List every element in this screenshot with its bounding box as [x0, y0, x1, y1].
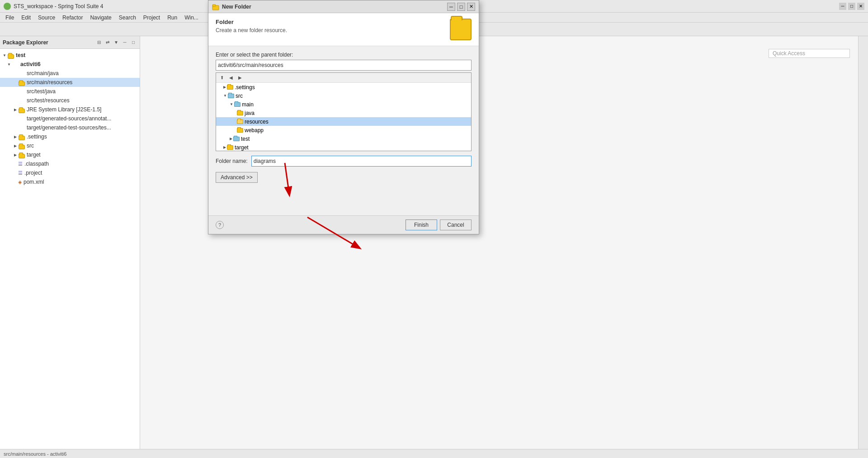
tree-toolbar-back[interactable]: ◀ — [227, 74, 235, 82]
menu-source[interactable]: Source — [34, 14, 59, 22]
folder-name-row: Folder name: — [216, 156, 472, 167]
tree-label-src-test-java: src/test/java — [27, 88, 56, 95]
tree-arrow-jre — [13, 107, 18, 112]
link-with-editor-button[interactable]: ⇄ — [104, 39, 111, 46]
tree-label-pom: pom.xml — [24, 179, 44, 185]
quick-access-input[interactable]: Quick Access — [769, 49, 850, 58]
folder-icon-target — [18, 151, 25, 158]
menu-refactor[interactable]: Refactor — [59, 14, 86, 22]
menu-navigate[interactable]: Navigate — [86, 14, 115, 22]
tree-toolbar-up[interactable]: ⬆ — [218, 74, 226, 82]
tree-arrow-target — [13, 153, 18, 157]
dialog-titlebar-buttons: ─ □ ✕ — [447, 3, 475, 11]
tree-item-jre[interactable]: JRE System Library [J2SE-1.5] — [0, 105, 140, 114]
dtree-webapp[interactable]: webapp — [216, 126, 471, 134]
tree-label-src: src — [27, 143, 34, 149]
file-tree: test activiti6 src/main/java src/main/re… — [0, 49, 140, 449]
tree-toolbar-forward[interactable]: ▶ — [236, 74, 244, 82]
right-panel-strip — [858, 36, 868, 449]
dtree-folder-src — [228, 94, 234, 98]
minimize-button[interactable]: ─ — [839, 3, 846, 10]
dtree-label-main: main — [242, 101, 254, 108]
dtree-resources[interactable]: resources — [216, 117, 471, 126]
tree-item-settings[interactable]: .settings — [0, 132, 140, 141]
folder-icon-smj — [18, 70, 25, 77]
status-bar: src/main/resources - activiti6 — [0, 449, 868, 458]
tree-label-src-main-resources: src/main/resources — [27, 79, 72, 86]
tree-label-classpath: .classpath — [24, 161, 49, 167]
dtree-test[interactable]: test — [216, 134, 471, 143]
collapse-all-button[interactable]: ⊟ — [95, 39, 103, 46]
dtree-label-resources: resources — [245, 119, 269, 125]
panel-menu-button[interactable]: ▼ — [113, 39, 120, 46]
panel-minimize-button[interactable]: ─ — [121, 39, 128, 46]
dialog-title-icon — [212, 3, 219, 10]
tree-item-activiti6[interactable]: activiti6 — [0, 60, 140, 69]
parent-folder-input[interactable] — [216, 60, 472, 71]
folder-name-input[interactable] — [251, 156, 472, 167]
dialog-banner-subtitle: Create a new folder resource. — [216, 27, 446, 33]
tree-item-classpath[interactable]: ☰ .classpath — [0, 159, 140, 168]
dtree-java[interactable]: java — [216, 109, 471, 117]
dtree-label-webapp: webapp — [245, 127, 264, 134]
dtree-folder-target — [227, 145, 233, 150]
tree-arrow-test — [2, 53, 7, 57]
tree-label-src-test-resources: src/test/resources — [27, 97, 70, 104]
tree-item-src-main-resources[interactable]: src/main/resources — [0, 78, 140, 87]
dtree-src[interactable]: src — [216, 91, 471, 100]
menu-project[interactable]: Project — [140, 14, 164, 22]
tree-item-src-test-resources[interactable]: src/test/resources — [0, 96, 140, 105]
dialog-tree-toolbar: ⬆ ◀ ▶ — [216, 73, 471, 83]
menu-edit[interactable]: Edit — [18, 14, 34, 22]
menu-file[interactable]: File — [2, 14, 18, 22]
dtree-label-settings: .settings — [235, 84, 255, 91]
tree-item-src-test-java[interactable]: src/test/java — [0, 87, 140, 96]
tree-arrow-src — [13, 143, 18, 148]
folder-icon-tg — [18, 115, 25, 122]
dialog-help-button[interactable]: ? — [216, 221, 224, 229]
dialog-title-text: New Folder — [222, 4, 447, 10]
folder-icon-smr — [18, 79, 25, 86]
tree-item-project[interactable]: ☰ .project — [0, 168, 140, 177]
tree-item-target-generated-test[interactable]: target/generated-test-sources/tes... — [0, 123, 140, 132]
close-button[interactable]: ✕ — [857, 3, 864, 10]
file-icon-pom: ◈ — [18, 179, 22, 185]
tree-item-test[interactable]: test — [0, 51, 140, 60]
finish-button[interactable]: Finish — [406, 219, 437, 230]
dtree-arrow-target — [223, 145, 226, 149]
dtree-settings[interactable]: .settings — [216, 83, 471, 91]
help-icon: ? — [218, 222, 221, 228]
package-explorer-panel: Package Explorer ⊟ ⇄ ▼ ─ □ test activiti… — [0, 36, 140, 449]
tree-item-target-generated[interactable]: target/generated-sources/annotat... — [0, 114, 140, 123]
advanced-button[interactable]: Advanced >> — [216, 172, 258, 183]
dtree-folder-main — [234, 102, 241, 107]
folder-icon-jre — [18, 106, 25, 113]
dialog-close-button[interactable]: ✕ — [467, 3, 475, 11]
menu-search[interactable]: Search — [115, 14, 140, 22]
dtree-target[interactable]: target — [216, 143, 471, 151]
file-icon-project: ☰ — [18, 170, 23, 176]
maximize-button[interactable]: □ — [848, 3, 855, 10]
dtree-main[interactable]: main — [216, 100, 471, 109]
dialog-maximize-button[interactable]: □ — [457, 3, 465, 11]
folder-icon-str — [18, 97, 25, 104]
folder-icon-test — [7, 52, 14, 59]
tree-label-settings: .settings — [27, 134, 47, 140]
tree-item-src[interactable]: src — [0, 141, 140, 150]
tree-item-pom[interactable]: ◈ pom.xml — [0, 177, 140, 186]
folder-icon-tgt — [18, 124, 25, 131]
tree-item-target[interactable]: target — [0, 150, 140, 159]
dialog-minimize-button[interactable]: ─ — [447, 3, 455, 11]
dtree-label-java: java — [245, 110, 255, 116]
tree-label-target-generated: target/generated-sources/annotat... — [27, 115, 111, 122]
new-folder-dialog: New Folder ─ □ ✕ Folder Create a new fol… — [208, 0, 479, 234]
panel-header: Package Explorer ⊟ ⇄ ▼ ─ □ — [0, 36, 140, 49]
dtree-label-target: target — [235, 144, 249, 151]
cancel-button[interactable]: Cancel — [440, 219, 472, 230]
title-bar-controls: ─ □ ✕ — [839, 3, 864, 10]
panel-maximize-button[interactable]: □ — [130, 39, 137, 46]
menu-run[interactable]: Run — [164, 14, 181, 22]
tree-item-src-main-java[interactable]: src/main/java — [0, 69, 140, 78]
dialog-banner: Folder Create a new folder resource. — [208, 13, 479, 46]
menu-win[interactable]: Win... — [181, 14, 202, 22]
